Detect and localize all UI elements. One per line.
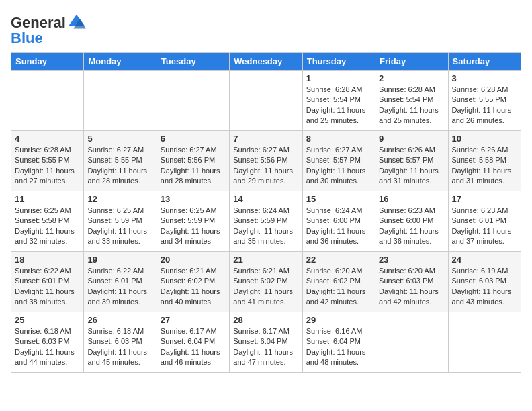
day-number: 13 — [161, 194, 226, 204]
day-number: 14 — [233, 194, 298, 204]
cell-content: Sunrise: 6:18 AMSunset: 6:03 PMDaylight:… — [15, 326, 80, 368]
calendar-cell: 12Sunrise: 6:25 AMSunset: 5:59 PMDayligh… — [84, 191, 157, 252]
calendar-cell — [11, 71, 84, 131]
day-number: 24 — [452, 255, 517, 265]
calendar-cell: 20Sunrise: 6:21 AMSunset: 6:02 PMDayligh… — [157, 252, 229, 312]
day-number: 6 — [161, 134, 226, 144]
cell-content: Sunrise: 6:23 AMSunset: 6:01 PMDaylight:… — [452, 205, 517, 247]
cell-content: Sunrise: 6:28 AMSunset: 5:54 PMDaylight:… — [306, 85, 371, 126]
calendar-cell: 25Sunrise: 6:18 AMSunset: 6:03 PMDayligh… — [11, 312, 84, 373]
calendar-cell — [230, 71, 302, 131]
day-number: 21 — [233, 255, 298, 265]
calendar-cell: 16Sunrise: 6:23 AMSunset: 6:00 PMDayligh… — [375, 191, 448, 252]
page-header: General Blue — [11, 11, 521, 47]
calendar-cell: 10Sunrise: 6:26 AMSunset: 5:58 PMDayligh… — [448, 131, 521, 191]
day-number: 29 — [306, 315, 371, 325]
calendar-cell: 4Sunrise: 6:28 AMSunset: 5:55 PMDaylight… — [11, 131, 84, 191]
day-header-tuesday: Tuesday — [157, 53, 229, 71]
calendar-table: SundayMondayTuesdayWednesdayThursdayFrid… — [11, 52, 521, 373]
cell-content: Sunrise: 6:28 AMSunset: 5:55 PMDaylight:… — [15, 145, 80, 187]
day-number: 20 — [161, 255, 226, 265]
calendar-cell: 24Sunrise: 6:19 AMSunset: 6:03 PMDayligh… — [448, 252, 521, 312]
calendar-cell: 7Sunrise: 6:27 AMSunset: 5:56 PMDaylight… — [230, 131, 302, 191]
calendar-cell: 26Sunrise: 6:18 AMSunset: 6:03 PMDayligh… — [84, 312, 157, 373]
day-header-monday: Monday — [84, 53, 157, 71]
calendar-cell: 29Sunrise: 6:16 AMSunset: 6:04 PMDayligh… — [302, 312, 375, 373]
cell-content: Sunrise: 6:20 AMSunset: 6:03 PMDaylight:… — [379, 266, 444, 308]
cell-content: Sunrise: 6:17 AMSunset: 6:04 PMDaylight:… — [161, 326, 226, 368]
calendar-cell: 2Sunrise: 6:28 AMSunset: 5:54 PMDaylight… — [375, 71, 448, 131]
cell-content: Sunrise: 6:21 AMSunset: 6:02 PMDaylight:… — [233, 266, 298, 308]
calendar-cell: 19Sunrise: 6:22 AMSunset: 6:01 PMDayligh… — [84, 252, 157, 312]
day-header-thursday: Thursday — [302, 53, 375, 71]
day-number: 23 — [379, 255, 444, 265]
day-number: 5 — [87, 134, 152, 144]
calendar-cell — [157, 71, 229, 131]
day-number: 16 — [379, 194, 444, 204]
calendar-cell: 11Sunrise: 6:25 AMSunset: 5:58 PMDayligh… — [11, 191, 84, 252]
cell-content: Sunrise: 6:24 AMSunset: 6:00 PMDaylight:… — [306, 205, 371, 247]
logo-icon — [67, 13, 86, 32]
day-number: 10 — [452, 134, 517, 144]
cell-content: Sunrise: 6:19 AMSunset: 6:03 PMDaylight:… — [452, 266, 517, 308]
day-number: 1 — [306, 73, 371, 83]
day-number: 27 — [161, 315, 226, 325]
calendar-cell: 18Sunrise: 6:22 AMSunset: 6:01 PMDayligh… — [11, 252, 84, 312]
cell-content: Sunrise: 6:28 AMSunset: 5:54 PMDaylight:… — [379, 85, 444, 126]
day-number: 4 — [15, 134, 80, 144]
cell-content: Sunrise: 6:17 AMSunset: 6:04 PMDaylight:… — [233, 326, 298, 368]
week-row-4: 18Sunrise: 6:22 AMSunset: 6:01 PMDayligh… — [11, 252, 521, 312]
day-number: 7 — [233, 134, 298, 144]
cell-content: Sunrise: 6:27 AMSunset: 5:56 PMDaylight:… — [233, 145, 298, 187]
calendar-cell — [448, 312, 521, 373]
day-header-sunday: Sunday — [11, 53, 84, 71]
day-number: 26 — [87, 315, 152, 325]
calendar-cell: 1Sunrise: 6:28 AMSunset: 5:54 PMDaylight… — [302, 71, 375, 131]
calendar-cell: 22Sunrise: 6:20 AMSunset: 6:02 PMDayligh… — [302, 252, 375, 312]
day-number: 2 — [379, 73, 444, 83]
cell-content: Sunrise: 6:22 AMSunset: 6:01 PMDaylight:… — [87, 266, 152, 308]
cell-content: Sunrise: 6:26 AMSunset: 5:58 PMDaylight:… — [452, 145, 517, 187]
day-headers-row: SundayMondayTuesdayWednesdayThursdayFrid… — [11, 53, 521, 71]
logo: General Blue — [11, 13, 86, 47]
day-number: 22 — [306, 255, 371, 265]
cell-content: Sunrise: 6:16 AMSunset: 6:04 PMDaylight:… — [306, 326, 371, 368]
logo-text: General — [11, 15, 66, 30]
week-row-5: 25Sunrise: 6:18 AMSunset: 6:03 PMDayligh… — [11, 312, 521, 373]
calendar-cell: 28Sunrise: 6:17 AMSunset: 6:04 PMDayligh… — [230, 312, 302, 373]
cell-content: Sunrise: 6:25 AMSunset: 5:59 PMDaylight:… — [87, 205, 152, 247]
cell-content: Sunrise: 6:25 AMSunset: 5:59 PMDaylight:… — [161, 205, 226, 247]
calendar-cell: 23Sunrise: 6:20 AMSunset: 6:03 PMDayligh… — [375, 252, 448, 312]
cell-content: Sunrise: 6:27 AMSunset: 5:55 PMDaylight:… — [87, 145, 152, 187]
cell-content: Sunrise: 6:20 AMSunset: 6:02 PMDaylight:… — [306, 266, 371, 308]
week-row-1: 1Sunrise: 6:28 AMSunset: 5:54 PMDaylight… — [11, 71, 521, 131]
cell-content: Sunrise: 6:21 AMSunset: 6:02 PMDaylight:… — [161, 266, 226, 308]
day-number: 19 — [87, 255, 152, 265]
day-number: 8 — [306, 134, 371, 144]
calendar-cell: 21Sunrise: 6:21 AMSunset: 6:02 PMDayligh… — [230, 252, 302, 312]
calendar-cell — [84, 71, 157, 131]
day-number: 17 — [452, 194, 517, 204]
cell-content: Sunrise: 6:24 AMSunset: 5:59 PMDaylight:… — [233, 205, 298, 247]
calendar-cell: 6Sunrise: 6:27 AMSunset: 5:56 PMDaylight… — [157, 131, 229, 191]
calendar-cell: 5Sunrise: 6:27 AMSunset: 5:55 PMDaylight… — [84, 131, 157, 191]
cell-content: Sunrise: 6:27 AMSunset: 5:56 PMDaylight:… — [161, 145, 226, 187]
day-header-wednesday: Wednesday — [230, 53, 302, 71]
calendar-cell: 9Sunrise: 6:26 AMSunset: 5:57 PMDaylight… — [375, 131, 448, 191]
calendar-cell: 17Sunrise: 6:23 AMSunset: 6:01 PMDayligh… — [448, 191, 521, 252]
cell-content: Sunrise: 6:23 AMSunset: 6:00 PMDaylight:… — [379, 205, 444, 247]
day-number: 12 — [87, 194, 152, 204]
day-number: 18 — [15, 255, 80, 265]
calendar-cell: 27Sunrise: 6:17 AMSunset: 6:04 PMDayligh… — [157, 312, 229, 373]
day-number: 28 — [233, 315, 298, 325]
day-header-saturday: Saturday — [448, 53, 521, 71]
calendar-cell — [375, 312, 448, 373]
calendar-cell: 3Sunrise: 6:28 AMSunset: 5:55 PMDaylight… — [448, 71, 521, 131]
day-number: 25 — [15, 315, 80, 325]
calendar-cell: 13Sunrise: 6:25 AMSunset: 5:59 PMDayligh… — [157, 191, 229, 252]
cell-content: Sunrise: 6:26 AMSunset: 5:57 PMDaylight:… — [379, 145, 444, 187]
day-number: 3 — [452, 73, 517, 83]
cell-content: Sunrise: 6:22 AMSunset: 6:01 PMDaylight:… — [15, 266, 80, 308]
calendar-cell: 14Sunrise: 6:24 AMSunset: 5:59 PMDayligh… — [230, 191, 302, 252]
day-number: 15 — [306, 194, 371, 204]
